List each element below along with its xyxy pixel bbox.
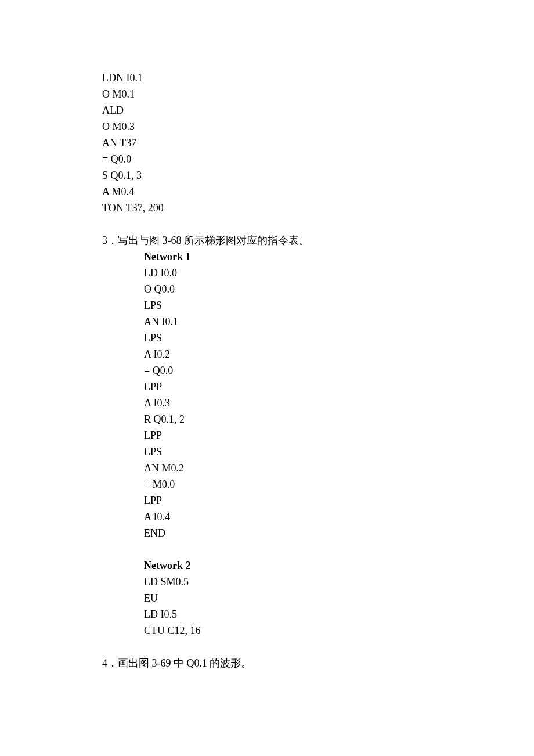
code-line: A M0.4 bbox=[102, 183, 464, 200]
code-line: LD SM0.5 bbox=[144, 574, 464, 590]
code-line: AN T37 bbox=[102, 135, 464, 151]
code-line: AN M0.2 bbox=[144, 460, 464, 476]
code-line: = M0.0 bbox=[144, 476, 464, 492]
code-line: LDN I0.1 bbox=[102, 70, 464, 86]
code-line: = Q0.0 bbox=[144, 362, 464, 379]
code-line: EU bbox=[144, 590, 464, 606]
code-line: LPS bbox=[144, 444, 464, 460]
code-line: ALD bbox=[102, 102, 464, 118]
code-line: AN I0.1 bbox=[144, 314, 464, 330]
code-line: A I0.2 bbox=[144, 346, 464, 362]
code-line: S Q0.1, 3 bbox=[102, 167, 464, 183]
question-3-heading: 3．写出与图 3-68 所示梯形图对应的指令表。 bbox=[102, 232, 464, 249]
network-2-title: Network 2 bbox=[144, 557, 464, 574]
code-line: LD I0.5 bbox=[144, 606, 464, 622]
code-line: O Q0.0 bbox=[144, 281, 464, 297]
code-line: LPS bbox=[144, 330, 464, 346]
code-line: CTU C12, 16 bbox=[144, 622, 464, 639]
code-line: A I0.4 bbox=[144, 509, 464, 525]
code-block-1: LDN I0.1 O M0.1 ALD O M0.3 AN T37 = Q0.0… bbox=[102, 70, 464, 216]
code-line: LPS bbox=[144, 297, 464, 314]
code-line: = Q0.0 bbox=[102, 151, 464, 167]
blank-line bbox=[102, 541, 464, 557]
code-line: TON T37, 200 bbox=[102, 200, 464, 216]
document-page: LDN I0.1 O M0.1 ALD O M0.3 AN T37 = Q0.0… bbox=[0, 0, 534, 741]
question-4-heading: 4．画出图 3-69 中 Q0.1 的波形。 bbox=[102, 655, 464, 671]
code-line: LPP bbox=[144, 427, 464, 444]
code-line: R Q0.1, 2 bbox=[144, 411, 464, 427]
network-1-block: Network 1 LD I0.0 O Q0.0 LPS AN I0.1 LPS… bbox=[144, 249, 464, 541]
code-line: LPP bbox=[144, 379, 464, 395]
code-line: A I0.3 bbox=[144, 395, 464, 411]
network-1-title: Network 1 bbox=[144, 249, 464, 265]
network-2-block: Network 2 LD SM0.5 EU LD I0.5 CTU C12, 1… bbox=[144, 557, 464, 639]
code-line: O M0.1 bbox=[102, 86, 464, 102]
code-line: END bbox=[144, 525, 464, 541]
code-line: O M0.3 bbox=[102, 118, 464, 135]
code-line: LPP bbox=[144, 492, 464, 509]
code-line: LD I0.0 bbox=[144, 265, 464, 281]
